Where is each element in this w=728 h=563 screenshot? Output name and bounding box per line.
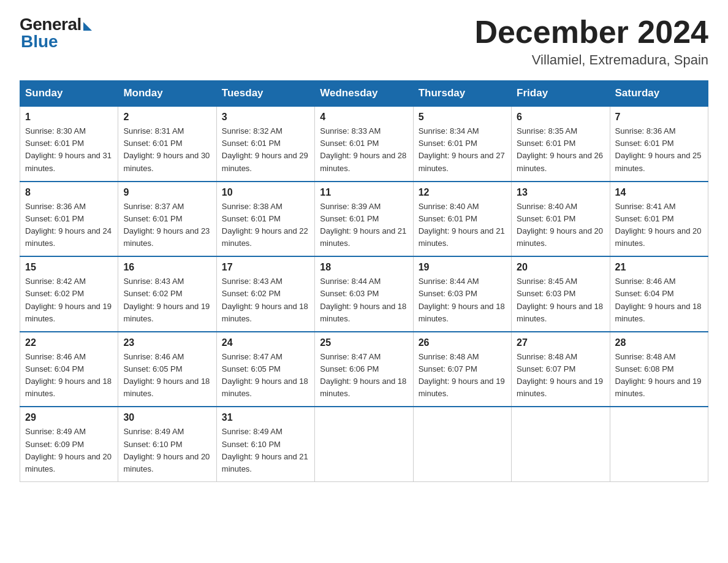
day-cell: 26Sunrise: 8:48 AM Sunset: 6:07 PM Dayli…	[413, 332, 511, 407]
day-cell: 9Sunrise: 8:37 AM Sunset: 6:01 PM Daylig…	[118, 182, 216, 257]
day-cell	[413, 407, 511, 481]
day-info: Sunrise: 8:47 AM Sunset: 6:05 PM Dayligh…	[222, 351, 309, 400]
day-cell: 16Sunrise: 8:43 AM Sunset: 6:02 PM Dayli…	[118, 256, 216, 332]
day-info: Sunrise: 8:38 AM Sunset: 6:01 PM Dayligh…	[222, 201, 309, 250]
day-info: Sunrise: 8:40 AM Sunset: 6:01 PM Dayligh…	[517, 201, 604, 250]
day-cell: 8Sunrise: 8:36 AM Sunset: 6:01 PM Daylig…	[20, 182, 118, 257]
day-number: 1	[25, 112, 113, 123]
day-number: 5	[419, 112, 506, 123]
day-number: 13	[517, 187, 604, 198]
column-header-monday: Monday	[118, 81, 216, 107]
day-cell: 1Sunrise: 8:30 AM Sunset: 6:01 PM Daylig…	[20, 106, 118, 182]
day-cell: 4Sunrise: 8:33 AM Sunset: 6:01 PM Daylig…	[315, 106, 413, 182]
day-number: 23	[123, 337, 211, 348]
day-info: Sunrise: 8:36 AM Sunset: 6:01 PM Dayligh…	[25, 201, 113, 250]
day-number: 6	[517, 112, 604, 123]
day-info: Sunrise: 8:44 AM Sunset: 6:03 PM Dayligh…	[320, 275, 408, 325]
column-header-saturday: Saturday	[610, 81, 708, 107]
day-cell: 27Sunrise: 8:48 AM Sunset: 6:07 PM Dayli…	[512, 332, 610, 407]
day-number: 14	[615, 187, 703, 198]
day-info: Sunrise: 8:48 AM Sunset: 6:07 PM Dayligh…	[419, 351, 506, 400]
day-number: 16	[123, 262, 211, 273]
calendar-header-row: SundayMondayTuesdayWednesdayThursdayFrid…	[20, 81, 708, 107]
day-number: 31	[222, 412, 309, 423]
calendar-table: SundayMondayTuesdayWednesdayThursdayFrid…	[20, 80, 708, 482]
week-row-2: 8Sunrise: 8:36 AM Sunset: 6:01 PM Daylig…	[20, 182, 708, 257]
day-info: Sunrise: 8:43 AM Sunset: 6:02 PM Dayligh…	[123, 275, 211, 325]
column-header-sunday: Sunday	[20, 81, 118, 107]
day-number: 18	[320, 262, 408, 273]
logo: General Blue	[20, 15, 92, 52]
day-info: Sunrise: 8:34 AM Sunset: 6:01 PM Dayligh…	[419, 125, 506, 175]
day-number: 7	[615, 112, 703, 123]
day-number: 27	[517, 337, 604, 348]
logo-blue-text: Blue	[21, 32, 58, 52]
column-header-tuesday: Tuesday	[216, 81, 314, 107]
day-cell: 13Sunrise: 8:40 AM Sunset: 6:01 PM Dayli…	[512, 182, 610, 257]
week-row-5: 29Sunrise: 8:49 AM Sunset: 6:09 PM Dayli…	[20, 407, 708, 481]
day-info: Sunrise: 8:46 AM Sunset: 6:04 PM Dayligh…	[615, 275, 703, 325]
title-block: December 2024 Villamiel, Extremadura, Sp…	[474, 15, 708, 68]
day-cell: 20Sunrise: 8:45 AM Sunset: 6:03 PM Dayli…	[512, 256, 610, 332]
day-number: 8	[25, 187, 113, 198]
day-info: Sunrise: 8:30 AM Sunset: 6:01 PM Dayligh…	[25, 125, 113, 175]
day-number: 15	[25, 262, 113, 273]
day-number: 26	[419, 337, 506, 348]
week-row-4: 22Sunrise: 8:46 AM Sunset: 6:04 PM Dayli…	[20, 332, 708, 407]
day-info: Sunrise: 8:49 AM Sunset: 6:10 PM Dayligh…	[123, 426, 211, 475]
day-number: 24	[222, 337, 309, 348]
location-subtitle: Villamiel, Extremadura, Spain	[474, 52, 708, 68]
column-header-thursday: Thursday	[413, 81, 511, 107]
day-number: 3	[222, 112, 309, 123]
day-cell: 28Sunrise: 8:48 AM Sunset: 6:08 PM Dayli…	[610, 332, 708, 407]
month-title: December 2024	[474, 15, 708, 50]
day-info: Sunrise: 8:39 AM Sunset: 6:01 PM Dayligh…	[320, 201, 408, 250]
day-cell: 22Sunrise: 8:46 AM Sunset: 6:04 PM Dayli…	[20, 332, 118, 407]
day-cell: 24Sunrise: 8:47 AM Sunset: 6:05 PM Dayli…	[216, 332, 314, 407]
day-info: Sunrise: 8:48 AM Sunset: 6:07 PM Dayligh…	[517, 351, 604, 400]
day-info: Sunrise: 8:45 AM Sunset: 6:03 PM Dayligh…	[517, 275, 604, 325]
day-cell	[512, 407, 610, 481]
day-cell: 17Sunrise: 8:43 AM Sunset: 6:02 PM Dayli…	[216, 256, 314, 332]
day-info: Sunrise: 8:46 AM Sunset: 6:04 PM Dayligh…	[25, 351, 113, 400]
day-number: 25	[320, 337, 408, 348]
day-cell: 25Sunrise: 8:47 AM Sunset: 6:06 PM Dayli…	[315, 332, 413, 407]
day-cell: 3Sunrise: 8:32 AM Sunset: 6:01 PM Daylig…	[216, 106, 314, 182]
day-cell	[315, 407, 413, 481]
day-cell: 7Sunrise: 8:36 AM Sunset: 6:01 PM Daylig…	[610, 106, 708, 182]
day-cell: 12Sunrise: 8:40 AM Sunset: 6:01 PM Dayli…	[413, 182, 511, 257]
day-number: 19	[419, 262, 506, 273]
week-row-1: 1Sunrise: 8:30 AM Sunset: 6:01 PM Daylig…	[20, 106, 708, 182]
day-number: 11	[320, 187, 408, 198]
day-cell: 29Sunrise: 8:49 AM Sunset: 6:09 PM Dayli…	[20, 407, 118, 481]
day-info: Sunrise: 8:48 AM Sunset: 6:08 PM Dayligh…	[615, 351, 703, 400]
day-number: 20	[517, 262, 604, 273]
day-info: Sunrise: 8:43 AM Sunset: 6:02 PM Dayligh…	[222, 275, 309, 325]
day-number: 17	[222, 262, 309, 273]
day-number: 29	[25, 412, 113, 423]
day-number: 21	[615, 262, 703, 273]
day-info: Sunrise: 8:44 AM Sunset: 6:03 PM Dayligh…	[419, 275, 506, 325]
day-info: Sunrise: 8:36 AM Sunset: 6:01 PM Dayligh…	[615, 125, 703, 175]
day-cell: 31Sunrise: 8:49 AM Sunset: 6:10 PM Dayli…	[216, 407, 314, 481]
day-number: 22	[25, 337, 113, 348]
day-cell: 30Sunrise: 8:49 AM Sunset: 6:10 PM Dayli…	[118, 407, 216, 481]
logo-triangle-icon	[83, 22, 92, 31]
day-info: Sunrise: 8:35 AM Sunset: 6:01 PM Dayligh…	[517, 125, 604, 175]
column-header-friday: Friday	[512, 81, 610, 107]
day-info: Sunrise: 8:49 AM Sunset: 6:10 PM Dayligh…	[222, 426, 309, 475]
day-info: Sunrise: 8:40 AM Sunset: 6:01 PM Dayligh…	[419, 201, 506, 250]
column-header-wednesday: Wednesday	[315, 81, 413, 107]
day-info: Sunrise: 8:41 AM Sunset: 6:01 PM Dayligh…	[615, 201, 703, 250]
day-info: Sunrise: 8:47 AM Sunset: 6:06 PM Dayligh…	[320, 351, 408, 400]
day-number: 12	[419, 187, 506, 198]
day-info: Sunrise: 8:42 AM Sunset: 6:02 PM Dayligh…	[25, 275, 113, 325]
day-cell	[610, 407, 708, 481]
page-header: General Blue December 2024 Villamiel, Ex…	[20, 15, 708, 68]
day-number: 30	[123, 412, 211, 423]
day-cell: 14Sunrise: 8:41 AM Sunset: 6:01 PM Dayli…	[610, 182, 708, 257]
day-number: 2	[123, 112, 211, 123]
day-info: Sunrise: 8:49 AM Sunset: 6:09 PM Dayligh…	[25, 426, 113, 475]
day-cell: 19Sunrise: 8:44 AM Sunset: 6:03 PM Dayli…	[413, 256, 511, 332]
week-row-3: 15Sunrise: 8:42 AM Sunset: 6:02 PM Dayli…	[20, 256, 708, 332]
